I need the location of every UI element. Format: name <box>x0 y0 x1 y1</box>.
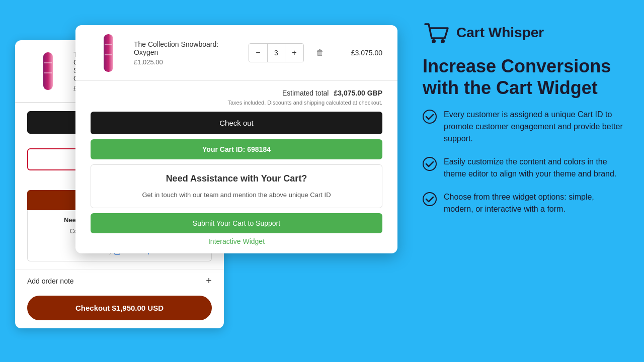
checkmark-icon-1 <box>423 110 437 124</box>
right-quantity-control[interactable]: − + <box>249 43 304 62</box>
estimated-value: £3,075.00 GBP <box>334 89 382 97</box>
svg-point-11 <box>423 193 436 206</box>
add-icon[interactable]: + <box>206 275 212 287</box>
feature-item-2: Easily customize the content and colors … <box>423 156 624 180</box>
right-panel: Cart Whisper Increase Conversions with t… <box>413 10 629 352</box>
svg-point-8 <box>441 39 445 43</box>
cart-id-green-btn[interactable]: Your Cart ID: 698184 <box>91 139 382 159</box>
estimated-label: Estimated total <box>282 89 329 97</box>
cart-icon-large <box>423 20 450 45</box>
right-card-bottom: Estimated total £3,075.00 GBP Taxes incl… <box>75 81 397 253</box>
svg-rect-4 <box>104 34 113 72</box>
feature-item-3: Choose from three widget options: simple… <box>423 191 624 215</box>
brand-header: Cart Whisper <box>423 20 624 45</box>
snowboard-image <box>39 52 57 90</box>
feature-text-2: Easily customize the content and colors … <box>444 156 624 180</box>
submit-cart-btn[interactable]: Submit Your Cart to Support <box>91 213 382 233</box>
feature-text-1: Every customer is assigned a unique Cart… <box>444 109 624 145</box>
right-product-image <box>91 35 126 70</box>
svg-point-7 <box>432 39 436 43</box>
main-container: The Collection Snowboard: Oxygen £1,025.… <box>0 0 644 362</box>
svg-point-9 <box>423 110 436 123</box>
checkout-usd-container: Checkout $1,950.00 USD <box>15 292 224 328</box>
order-note-label: Add order note <box>27 277 74 285</box>
right-quantity-input[interactable] <box>267 44 285 62</box>
interactive-widget-label: Interactive Widget <box>91 237 382 245</box>
right-snowboard-image <box>100 34 117 72</box>
right-cart-card: The Collection Snowboard: Oxygen £1,025.… <box>75 25 397 253</box>
right-delete-icon[interactable]: 🗑 <box>316 48 324 57</box>
feature-item-1: Every customer is assigned a unique Cart… <box>423 109 624 145</box>
checkmark-icon-2 <box>423 157 437 171</box>
assistance-box: Need Assistance with Your Cart? Get in t… <box>91 164 382 208</box>
checkmark-icon-3 <box>423 192 437 206</box>
right-product-info: The Collection Snowboard: Oxygen £1,025.… <box>134 40 240 66</box>
assistance-title: Need Assistance with Your Cart? <box>99 173 374 185</box>
feature-text-3: Choose from three widget options: simple… <box>444 191 624 215</box>
features-list: Every customer is assigned a unique Cart… <box>423 109 624 215</box>
headline: Increase Conversions with the Cart Widge… <box>423 55 624 99</box>
svg-point-10 <box>423 157 436 170</box>
right-product-name: The Collection Snowboard: Oxygen <box>134 40 240 56</box>
right-cart-item-row: The Collection Snowboard: Oxygen £1,025.… <box>75 25 397 81</box>
right-product-price: £1,025.00 <box>134 58 240 66</box>
assistance-text: Get in touch with our team and mention t… <box>99 190 374 200</box>
svg-rect-0 <box>43 52 53 90</box>
taxes-note: Taxes included. Discounts and shipping c… <box>91 99 382 107</box>
right-line-total: £3,075.00 <box>342 49 382 57</box>
right-quantity-increase-btn[interactable]: + <box>285 44 303 62</box>
product-image <box>30 54 65 89</box>
svg-rect-6 <box>105 54 112 55</box>
svg-rect-1 <box>44 62 52 63</box>
svg-rect-2 <box>44 72 52 73</box>
right-quantity-decrease-btn[interactable]: − <box>249 44 267 62</box>
checkout-button-right[interactable]: Check out <box>91 112 382 134</box>
order-note-row: Add order note + <box>15 269 224 292</box>
checkout-usd-btn[interactable]: Checkout $1,950.00 USD <box>27 296 212 320</box>
brand-name: Cart Whisper <box>456 25 544 41</box>
estimated-total-row: Estimated total £3,075.00 GBP <box>91 89 382 97</box>
cards-area: The Collection Snowboard: Oxygen £1,025.… <box>15 10 397 352</box>
svg-rect-5 <box>105 44 112 45</box>
